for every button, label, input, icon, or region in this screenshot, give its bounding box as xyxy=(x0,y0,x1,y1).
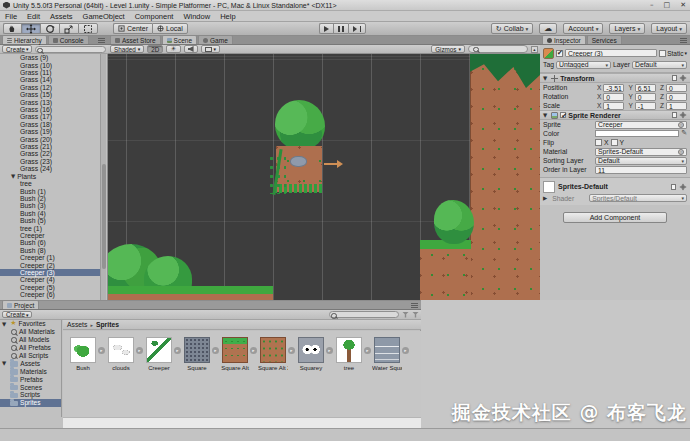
foldout-arrow-icon[interactable]: ▼ xyxy=(543,112,547,118)
hierarchy-item[interactable]: Bush (5) xyxy=(0,217,101,224)
scale-y-field[interactable]: -1 xyxy=(635,102,656,110)
gear-icon[interactable] xyxy=(681,185,685,189)
scrollbar-thumb[interactable] xyxy=(102,164,106,269)
hierarchy-item[interactable]: Grass (24) xyxy=(0,165,101,172)
asset-thumbnail[interactable]: ▸Creeper xyxy=(144,337,174,371)
rotation-x-field[interactable]: 0 xyxy=(603,93,624,101)
hierarchy-item[interactable]: Grass (15) xyxy=(0,91,101,98)
hierarchy-item[interactable]: Creeper xyxy=(0,232,101,239)
asset-thumbnail[interactable]: ▸tree xyxy=(334,337,364,371)
gizmos-dropdown[interactable]: Gizmos▾ xyxy=(431,45,465,53)
menu-gameobject[interactable]: GameObject xyxy=(78,11,130,22)
help-icon[interactable] xyxy=(672,75,677,81)
asset-thumbnail[interactable]: ▸Square Alt 2 xyxy=(258,337,288,371)
breadcrumb-root[interactable]: Assets xyxy=(67,321,87,328)
rotate-tool-button[interactable] xyxy=(40,23,59,34)
sprite-expand-arrow-icon[interactable]: ▸ xyxy=(136,347,143,354)
menu-assets[interactable]: Assets xyxy=(45,11,78,22)
project-tree-item[interactable]: All Scripts xyxy=(0,352,61,360)
close-button[interactable]: ✕ xyxy=(680,0,686,11)
hierarchy-item[interactable]: Grass (21) xyxy=(0,143,101,150)
pivot-center-button[interactable]: Center xyxy=(113,23,152,34)
selected-creeper-sprite[interactable] xyxy=(267,149,291,197)
order-in-layer-field[interactable]: 11 xyxy=(595,166,687,174)
hierarchy-item[interactable]: Grass (10) xyxy=(0,61,101,68)
maximize-button[interactable]: □ xyxy=(664,0,671,11)
hierarchy-item[interactable]: Bush (4) xyxy=(0,210,101,217)
rotation-y-field[interactable]: 0 xyxy=(635,93,656,101)
static-dropdown-arrow[interactable]: ▾ xyxy=(684,50,687,56)
tab-project[interactable]: Project xyxy=(2,300,39,309)
project-tree-item[interactable]: Sprites xyxy=(0,399,61,407)
material-preview-swatch[interactable] xyxy=(543,181,555,193)
flip-x-checkbox[interactable] xyxy=(595,139,602,146)
project-tree-item[interactable]: Scenes xyxy=(0,383,61,391)
shaded-dropdown[interactable]: Shaded▾ xyxy=(110,45,144,53)
hierarchy-item[interactable]: Grass (22) xyxy=(0,150,101,157)
scene-toolbar-overflow-button[interactable]: ▴ xyxy=(531,46,538,53)
asset-thumbnail[interactable]: ▸Squarey xyxy=(296,337,326,371)
hierarchy-item[interactable]: Bush (3) xyxy=(0,202,101,209)
asset-thumbnail[interactable]: ▸Bush xyxy=(68,337,98,371)
gear-icon[interactable] xyxy=(681,76,685,80)
position-y-field[interactable]: 6.51 xyxy=(635,84,656,92)
stone-sprite[interactable] xyxy=(290,156,307,167)
hierarchy-item[interactable]: Grass (16) xyxy=(0,106,101,113)
asset-thumbnail[interactable]: ▸Square Alt xyxy=(220,337,250,371)
lighting-toggle-button[interactable]: ☀ xyxy=(166,45,180,53)
search-by-type-icon[interactable] xyxy=(402,312,409,318)
hierarchy-item[interactable]: tree (1) xyxy=(0,224,101,231)
hierarchy-item[interactable]: Creeper (3) xyxy=(0,269,101,276)
active-checkbox[interactable] xyxy=(556,50,563,57)
scale-x-field[interactable]: 1 xyxy=(603,102,624,110)
sprite-expand-arrow-icon[interactable]: ▸ xyxy=(212,347,219,354)
menu-help[interactable]: Help xyxy=(215,11,240,22)
project-tree-item[interactable]: All Models xyxy=(0,336,61,344)
scale-z-field[interactable]: 1 xyxy=(666,102,687,110)
tab-inspector[interactable]: Inspector xyxy=(542,35,586,44)
layer-dropdown[interactable]: Default▾ xyxy=(632,61,687,69)
rect-tool-button[interactable] xyxy=(78,23,98,34)
hierarchy-item[interactable]: Bush (8) xyxy=(0,247,101,254)
color-swatch[interactable] xyxy=(595,130,679,137)
hierarchy-item[interactable]: Grass (14) xyxy=(0,76,101,83)
2d-toggle-button[interactable]: 2D xyxy=(147,45,163,53)
sprite-expand-arrow-icon[interactable]: ▸ xyxy=(250,347,257,354)
sprite-expand-arrow-icon[interactable]: ▸ xyxy=(364,347,371,354)
tab-services[interactable]: Services xyxy=(587,35,622,44)
hierarchy-item[interactable]: Bush (6) xyxy=(0,239,101,246)
shader-dropdown[interactable]: Sprites/Default▾ xyxy=(589,194,687,202)
ledge-platform-sprite[interactable] xyxy=(420,240,471,300)
static-checkbox[interactable] xyxy=(659,50,666,57)
flip-y-checkbox[interactable] xyxy=(611,139,618,146)
asset-thumbnail[interactable]: ▸clouds xyxy=(106,337,136,371)
move-gizmo-x-arrow[interactable] xyxy=(324,160,344,168)
hierarchy-item[interactable]: ▼Plants xyxy=(0,173,101,180)
rotation-z-field[interactable]: 0 xyxy=(666,93,687,101)
project-tree-item[interactable]: Prefabs xyxy=(0,375,61,383)
sprite-expand-arrow-icon[interactable]: ▸ xyxy=(98,347,105,354)
right-dirt-column-sprite[interactable] xyxy=(470,54,540,300)
hierarchy-item[interactable]: Creeper (1) xyxy=(0,254,101,261)
position-x-field[interactable]: -3.51 xyxy=(603,84,624,92)
panel-menu-icon[interactable] xyxy=(411,303,418,308)
asset-thumbnail[interactable]: ▸Water Squa... xyxy=(372,337,402,371)
layout-dropdown[interactable]: Layout▾ xyxy=(651,23,687,34)
hierarchy-item[interactable]: Bush (2) xyxy=(0,195,101,202)
scene-viewport[interactable] xyxy=(108,54,540,300)
object-name-field[interactable]: Creeper (3) xyxy=(565,49,657,57)
add-component-button[interactable]: Add Component xyxy=(563,212,667,223)
project-tree-item[interactable]: Materials xyxy=(0,367,61,375)
foldout-arrow-icon[interactable]: ▶ xyxy=(543,195,547,201)
project-tree-item[interactable]: Scripts xyxy=(0,391,61,399)
scene-search-input[interactable] xyxy=(468,45,528,53)
sprite-expand-arrow-icon[interactable]: ▸ xyxy=(326,347,333,354)
sprite-expand-arrow-icon[interactable]: ▸ xyxy=(174,347,181,354)
audio-toggle-button[interactable] xyxy=(184,45,198,53)
tab-hierarchy[interactable]: Hierarchy xyxy=(2,35,47,44)
hierarchy-create-button[interactable]: Create▾ xyxy=(2,45,32,53)
sprite-renderer-component-header[interactable]: ▼ Sprite Renderer xyxy=(540,110,690,120)
hierarchy-item[interactable]: Grass (11) xyxy=(0,69,101,76)
menu-window[interactable]: Window xyxy=(178,11,215,22)
help-icon[interactable] xyxy=(671,184,676,190)
